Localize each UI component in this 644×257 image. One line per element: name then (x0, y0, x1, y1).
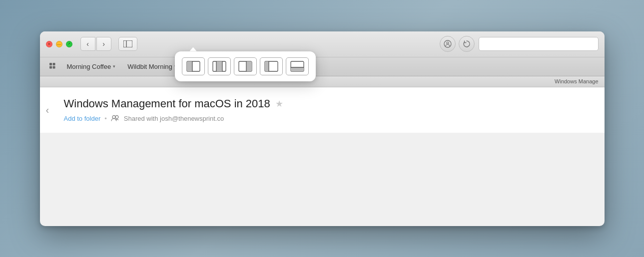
sidebar-toggle-button[interactable] (118, 37, 137, 51)
svg-point-24 (112, 115, 115, 118)
svg-rect-19 (265, 61, 269, 71)
refresh-extension-button[interactable] (459, 36, 475, 52)
svg-rect-9 (187, 61, 192, 71)
star-icon[interactable]: ★ (275, 98, 283, 109)
layout-left-panel-button[interactable] (260, 57, 283, 75)
content-area: ‹ Windows Management for macOS in 2018 ★… (40, 87, 605, 133)
svg-rect-0 (123, 40, 132, 47)
breadcrumb-text: Windows Manage (555, 78, 598, 84)
svg-rect-12 (216, 61, 222, 71)
maximize-button[interactable] (66, 41, 72, 47)
svg-rect-6 (49, 66, 52, 69)
layout-popup (175, 51, 316, 81)
tab-wildbit-morning-label: Wildbit Morning (127, 63, 172, 70)
article-info: Windows Management for macOS in 2018 ★ A… (40, 87, 293, 133)
popup-bubble (175, 51, 316, 81)
svg-rect-5 (52, 63, 55, 65)
tab-morning-coffee[interactable]: Morning Coffee ▾ (62, 61, 121, 72)
dot-separator: • (104, 115, 107, 122)
close-button[interactable] (46, 41, 52, 47)
add-to-folder-link[interactable]: Add to folder (64, 115, 101, 122)
svg-point-25 (115, 115, 118, 118)
svg-rect-22 (291, 67, 304, 71)
traffic-lights (46, 41, 72, 47)
search-bar[interactable] (479, 37, 599, 51)
tab-wildbit-morning[interactable]: Wildbit Morning ▾ (122, 61, 182, 72)
article-meta: Add to folder • Shared with josh@thenews… (64, 114, 283, 123)
content-back-arrow[interactable]: ‹ (46, 104, 49, 116)
title-bar: ‹ › (40, 31, 605, 57)
breadcrumb-bar: Windows Manage (40, 76, 605, 87)
svg-rect-4 (49, 63, 52, 65)
layout-center-sidebar-button[interactable] (208, 57, 231, 75)
layout-right-sidebar-button[interactable] (234, 57, 257, 75)
shared-users-icon (111, 114, 120, 123)
chevron-down-icon: ▾ (113, 64, 115, 69)
shared-with-text: Shared with josh@thenewsprint.co (124, 115, 224, 122)
layout-bottom-panel-button[interactable] (286, 57, 309, 75)
grid-icon-button[interactable] (46, 59, 60, 73)
tab-morning-coffee-label: Morning Coffee (67, 63, 111, 70)
svg-rect-16 (246, 61, 252, 71)
tab-bar: Morning Coffee ▾ Wildbit Morning ▾ Web A… (40, 57, 605, 76)
back-button[interactable]: ‹ (80, 37, 95, 51)
extension-buttons (440, 36, 475, 52)
layout-left-sidebar-button[interactable] (182, 57, 205, 75)
nav-buttons: ‹ › (80, 37, 111, 51)
minimize-button[interactable] (56, 41, 62, 47)
svg-rect-7 (52, 66, 55, 69)
password-extension-button[interactable] (440, 36, 456, 52)
svg-point-3 (447, 42, 449, 44)
article-title-text: Windows Management for macOS in 2018 (64, 97, 270, 110)
article-title: Windows Management for macOS in 2018 ★ (64, 97, 283, 110)
browser-window: ‹ › (40, 31, 605, 226)
forward-button[interactable]: › (96, 37, 111, 51)
